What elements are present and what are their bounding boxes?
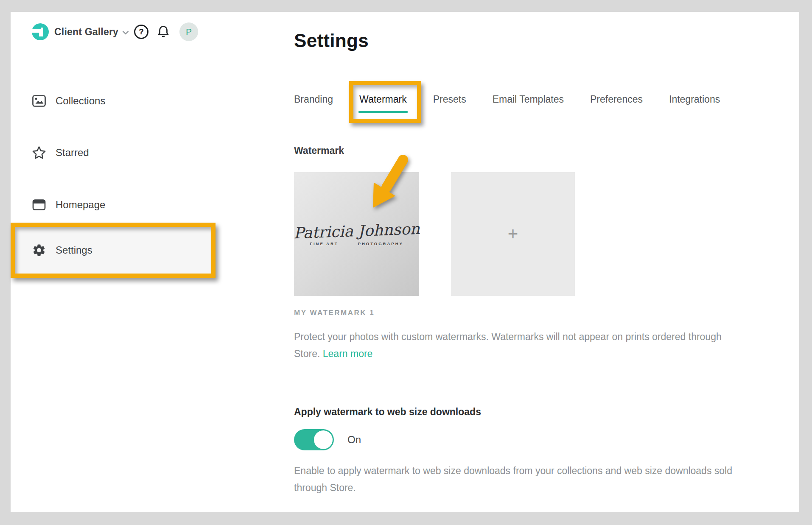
star-icon	[32, 145, 46, 160]
help-icon[interactable]: ?	[134, 25, 148, 39]
tab-email-templates[interactable]: Email Templates	[493, 94, 564, 105]
browser-window-icon	[32, 198, 46, 212]
tab-watermark[interactable]: Watermark	[359, 94, 407, 105]
sidebar-item-label: Collections	[56, 95, 105, 107]
apply-watermark-description: Enable to apply watermark to web size do…	[294, 462, 737, 496]
watermark-signature-subtitle: FINE ART PHOTOGRAPHY	[310, 241, 403, 246]
watermark-caption: MY WATERMARK 1	[294, 309, 799, 317]
add-watermark-tile[interactable]: +	[451, 172, 575, 296]
signature-sub-left: FINE ART	[310, 241, 338, 246]
watermark-signature: Patricia Johnson	[293, 220, 420, 242]
sidebar-item-label: Starred	[56, 147, 89, 159]
sidebar-item-label: Homepage	[56, 199, 105, 211]
sidebar-item-collections[interactable]: Collections	[32, 78, 216, 124]
tab-branding[interactable]: Branding	[294, 94, 333, 105]
app-window: Client Gallery ? P	[11, 12, 799, 512]
apply-watermark-description-text: Enable to apply watermark to web size do…	[294, 465, 732, 493]
gear-icon	[32, 243, 46, 257]
brand-header: Client Gallery ? P	[32, 22, 198, 42]
watermark-thumbnail[interactable]: Patricia Johnson FINE ART PHOTOGRAPHY	[294, 172, 419, 296]
tab-integrations[interactable]: Integrations	[669, 94, 720, 105]
watermark-tiles: Patricia Johnson FINE ART PHOTOGRAPHY +	[294, 172, 799, 296]
plus-icon: +	[508, 225, 518, 243]
sidebar-item-starred[interactable]: Starred	[32, 129, 216, 176]
app-logo-icon[interactable]	[32, 23, 49, 40]
photo-icon	[32, 94, 46, 108]
main-content: Settings Branding Watermark Presets Emai…	[264, 12, 799, 512]
settings-tabs: Branding Watermark Presets Email Templat…	[294, 93, 799, 105]
apply-watermark-toggle-row: On	[294, 429, 799, 450]
header-actions: ? P	[134, 22, 198, 41]
page-title: Settings	[294, 27, 799, 54]
active-tab-underline	[358, 111, 408, 113]
chevron-down-icon[interactable]	[122, 31, 129, 35]
brand-name[interactable]: Client Gallery	[54, 26, 118, 38]
watermark-section-label: Watermark	[294, 145, 799, 156]
avatar[interactable]: P	[179, 22, 198, 41]
apply-watermark-toggle[interactable]	[294, 429, 334, 450]
bell-icon[interactable]	[156, 25, 171, 39]
sidebar-item-homepage[interactable]: Homepage	[32, 182, 216, 228]
toggle-state-label: On	[347, 434, 361, 446]
watermark-description: Protect your photos with custom watermar…	[294, 328, 737, 362]
tab-presets[interactable]: Presets	[433, 94, 466, 105]
signature-sub-right: PHOTOGRAPHY	[358, 241, 403, 246]
learn-more-link[interactable]: Learn more	[323, 348, 373, 359]
toggle-knob	[314, 430, 333, 449]
apply-watermark-heading: Apply watermark to web size downloads	[294, 406, 799, 418]
tab-preferences[interactable]: Preferences	[590, 94, 643, 105]
sidebar-item-label: Settings	[56, 244, 92, 256]
tab-watermark-label: Watermark	[359, 94, 407, 105]
annotation-box-settings: Settings	[11, 223, 216, 278]
sidebar: Client Gallery ? P	[11, 12, 264, 512]
sidebar-item-settings[interactable]: Settings	[15, 227, 211, 274]
